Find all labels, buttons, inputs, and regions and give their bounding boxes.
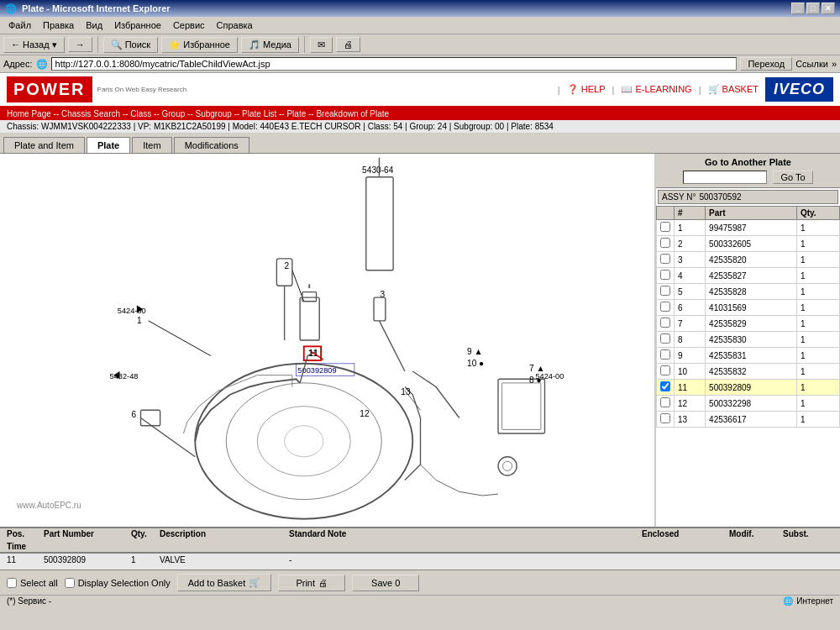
select-all-checkbox[interactable]: [7, 578, 17, 588]
row-part: 42536617: [706, 412, 797, 428]
address-input[interactable]: [51, 57, 738, 71]
row-checkbox-cell[interactable]: [657, 380, 675, 396]
detail-enclosed: [642, 555, 726, 564]
power-logo: POWER: [7, 76, 92, 102]
minimize-button[interactable]: _: [791, 3, 805, 14]
menu-favorites[interactable]: Избранное: [109, 18, 166, 32]
tab-item[interactable]: Item: [132, 137, 171, 153]
row-checkbox-cell[interactable]: [657, 316, 675, 332]
row-checkbox[interactable]: [660, 254, 670, 264]
svg-rect-0: [63, 154, 591, 527]
row-checkbox[interactable]: [660, 302, 670, 312]
address-bar: Адрес: 🌐 Переход Ссылки »: [0, 55, 840, 73]
maximize-button[interactable]: □: [806, 3, 820, 14]
col-partnum: Part Number: [44, 529, 128, 538]
row-checkbox[interactable]: [660, 333, 670, 344]
row-qty: 1: [796, 348, 839, 364]
row-checkbox-cell[interactable]: [657, 332, 675, 348]
row-checkbox[interactable]: [660, 349, 670, 360]
main-content: POWER Parts On Web Easy Research | ❓ HEL…: [0, 73, 840, 606]
favorites-button[interactable]: ⭐ Избранное: [161, 37, 238, 53]
table-row[interactable]: 9 42535831 1: [657, 348, 840, 364]
basket-btn-icon: 🛒: [249, 577, 260, 588]
row-checkbox-cell[interactable]: [657, 396, 675, 412]
table-row[interactable]: 2 500332605 1: [657, 236, 840, 252]
menu-file[interactable]: Файл: [3, 18, 36, 32]
menu-view[interactable]: Вид: [81, 18, 108, 32]
row-checkbox-cell[interactable]: [657, 364, 675, 380]
toolbar-separator: [97, 36, 98, 53]
print-icon: 🖨: [318, 578, 328, 588]
row-checkbox[interactable]: [660, 397, 670, 407]
tab-modifications[interactable]: Modifications: [174, 137, 249, 153]
table-row[interactable]: 8 42535830 1: [657, 332, 840, 348]
table-row[interactable]: 1 99475987 1: [657, 220, 840, 236]
row-part: 42535831: [706, 348, 797, 364]
table-row[interactable]: 6 41031569 1: [657, 300, 840, 316]
save-button[interactable]: Save 0: [352, 575, 419, 591]
row-checkbox-cell[interactable]: [657, 284, 675, 300]
table-row[interactable]: 4 42535827 1: [657, 268, 840, 284]
tab-plate[interactable]: Plate: [87, 137, 130, 153]
help-link[interactable]: ❓ HELP: [567, 84, 606, 95]
row-checkbox[interactable]: [660, 413, 670, 423]
detail-pos: 11: [7, 555, 40, 564]
table-row[interactable]: 11 500392809 1: [657, 380, 840, 396]
back-button[interactable]: ← Назад ▾: [3, 37, 65, 53]
row-part: 42535832: [706, 364, 797, 380]
row-qty: 1: [796, 220, 839, 236]
print-toolbar-button[interactable]: 🖨: [336, 37, 360, 52]
row-checkbox[interactable]: [660, 318, 670, 328]
svg-text:10 ●: 10 ●: [467, 359, 484, 368]
row-checkbox-cell[interactable]: [657, 220, 675, 236]
row-checkbox-cell[interactable]: [657, 300, 675, 316]
row-checkbox-cell[interactable]: [657, 252, 675, 268]
table-row[interactable]: 3 42535820 1: [657, 252, 840, 268]
print-button[interactable]: Print 🖨: [278, 575, 345, 591]
menu-edit[interactable]: Правка: [38, 18, 79, 32]
links-icon: »: [832, 59, 837, 69]
svg-text:5430-64: 5430-64: [362, 165, 394, 175]
row-checkbox[interactable]: [660, 365, 670, 375]
close-button[interactable]: ✕: [822, 3, 835, 14]
display-selection-label[interactable]: Display Selection Only: [65, 578, 171, 588]
forward-button[interactable]: →: [68, 37, 92, 52]
menu-tools[interactable]: Сервис: [168, 18, 210, 32]
tab-plate-and-item[interactable]: Plate and Item: [3, 137, 85, 153]
menu-help[interactable]: Справка: [212, 18, 258, 32]
display-selection-checkbox[interactable]: [65, 578, 75, 588]
action-bar: Select all Display Selection Only Add to…: [0, 570, 840, 595]
elearning-link[interactable]: 📖 E-LEARNING: [621, 84, 691, 95]
row-num: 8: [675, 332, 706, 348]
row-num: 9: [675, 348, 706, 364]
table-row[interactable]: 12 500332298 1: [657, 396, 840, 412]
table-row[interactable]: 13 42536617 1: [657, 412, 840, 428]
table-row[interactable]: 10 42535832 1: [657, 364, 840, 380]
goto-input[interactable]: [683, 171, 767, 184]
table-row[interactable]: 7 42535829 1: [657, 316, 840, 332]
go-button[interactable]: Переход: [740, 57, 792, 71]
add-to-basket-button[interactable]: Add to Basket 🛒: [177, 574, 272, 591]
row-checkbox[interactable]: [660, 381, 670, 391]
table-row[interactable]: 5 42535828 1: [657, 284, 840, 300]
row-num: 13: [675, 412, 706, 428]
row-checkbox-cell[interactable]: [657, 268, 675, 284]
row-checkbox-cell[interactable]: [657, 348, 675, 364]
row-checkbox[interactable]: [660, 238, 670, 248]
row-checkbox[interactable]: [660, 270, 670, 280]
media-button[interactable]: 🎵 Медиа: [241, 37, 299, 53]
row-qty: 1: [796, 252, 839, 268]
search-button[interactable]: 🔍 Поиск: [103, 37, 159, 53]
tab-bar: Plate and Item Plate Item Modifications: [0, 134, 840, 154]
select-all-label[interactable]: Select all: [7, 578, 58, 588]
row-checkbox[interactable]: [660, 222, 670, 232]
row-checkbox[interactable]: [660, 286, 670, 296]
row-checkbox-cell[interactable]: [657, 412, 675, 428]
basket-link[interactable]: 🛒 BASKET: [708, 84, 759, 95]
row-qty: 1: [796, 236, 839, 252]
elearning-icon: 📖: [621, 84, 633, 94]
diagram-svg: 5430-64 1 2 3 11 500392809: [0, 154, 654, 527]
mail-button[interactable]: ✉: [310, 37, 333, 53]
goto-button[interactable]: Go To: [773, 171, 812, 184]
row-checkbox-cell[interactable]: [657, 236, 675, 252]
